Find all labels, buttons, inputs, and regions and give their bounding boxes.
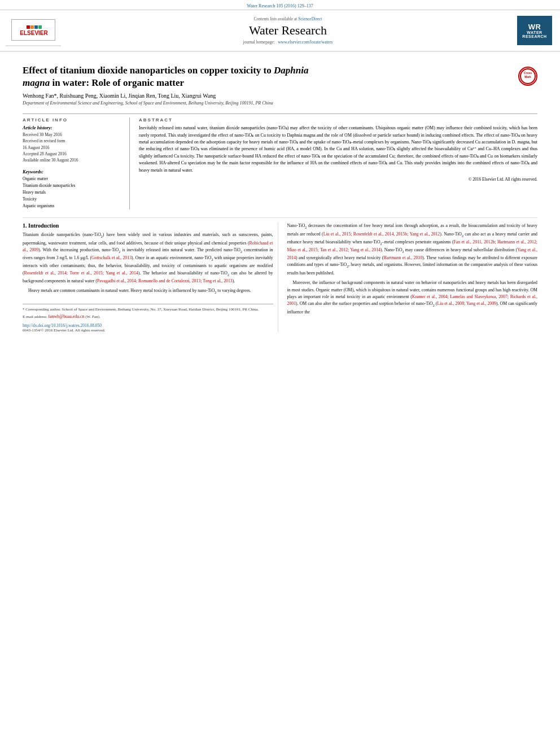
footnote-email-link[interactable]: fanwh@buaa.edu.cn <box>49 314 85 319</box>
affiliation-line: Department of Environmental Science and … <box>23 101 513 106</box>
article-info-column: ARTICLE INFO Article history: Received 3… <box>23 117 130 209</box>
article-info-label: ARTICLE INFO <box>23 117 124 123</box>
body-section: 1. Introduction Titanium dioxide nanopar… <box>23 217 537 332</box>
received-date: Received 30 May 2016 <box>23 132 124 138</box>
journal-homepage-line: journal homepage: www.elsevier.com/locat… <box>67 40 509 45</box>
footer-rights: 0043-1354/© 2016 Elsevier Ltd. All right… <box>23 328 273 333</box>
revised-date: 16 August 2016 <box>23 145 124 151</box>
title-italic-daphnia: Daphnia <box>274 65 308 76</box>
crossmark-circle: Cross Mark <box>518 67 537 86</box>
received-revised-label: Received in revised form <box>23 138 124 144</box>
footer-section: * Corresponding author. School of Space … <box>23 304 273 333</box>
abstract-column: ABSTRACT Inevitably released into natura… <box>139 117 537 209</box>
square-blue <box>34 25 38 29</box>
article-history-title: Article history: <box>23 125 124 130</box>
elsevier-brand-name: ELSEVIER <box>20 30 47 36</box>
journal-ref-text: Water Research 105 (2016) 129–137 <box>247 3 313 8</box>
abstract-text: Inevitably released into natural water, … <box>139 125 537 182</box>
svg-text:Cross: Cross <box>524 71 532 75</box>
ref-liu-2015[interactable]: Liu et al., 2015; Rosenfeldt et al., 201… <box>323 231 440 237</box>
keyword-4: Toxicity <box>23 196 124 203</box>
journal-reference-bar: Water Research 105 (2016) 129–137 <box>0 0 560 10</box>
elsevier-logo-box: ELSEVIER <box>11 19 55 41</box>
article-info-abstract: ARTICLE INFO Article history: Received 3… <box>23 113 537 209</box>
ref-liu-2008[interactable]: Liu et al., 2008; Yang et al., 2009 <box>437 301 496 306</box>
body-right-column: Nano-TiO2 decreases the concentration of… <box>287 222 538 332</box>
doi-link[interactable]: http://dx.doi.org/10.1016/j.watres.2016.… <box>23 323 102 328</box>
journal-title: Water Research <box>67 23 509 38</box>
wr-logo-box: WR WATER RESEARCH <box>517 16 552 45</box>
introduction-column: 1. Introduction Titanium dioxide nanopar… <box>23 222 278 332</box>
footnote-corresponding: * Corresponding author. School of Space … <box>23 307 273 313</box>
intro-body-text: Titanium dioxide nanoparticles (nano-TiO… <box>23 231 273 295</box>
wr-logo-line1: WR <box>528 23 541 30</box>
keyword-2: Titanium dioxide nanoparticles <box>23 182 124 189</box>
elsevier-color-squares <box>27 25 42 29</box>
crossmark-icon: Cross Mark <box>519 68 536 85</box>
ref-fan-2011[interactable]: Fan et al., 2011, 2012b; Hartmann et al.… <box>287 239 538 252</box>
elsevier-logo-section: ELSEVIER <box>6 15 61 46</box>
wr-logo-text2: RESEARCH <box>522 34 546 38</box>
article-history-block: Article history: Received 30 May 2016 Re… <box>23 125 124 163</box>
journal-header: ELSEVIER Contents lists available at Sci… <box>0 10 560 52</box>
water-research-logo-section: WR WATER RESEARCH <box>515 15 554 46</box>
square-red <box>27 25 30 29</box>
sciencedirect-link[interactable]: ScienceDirect <box>298 16 322 21</box>
accepted-date: Accepted 28 August 2016 <box>23 151 124 157</box>
right-para-1: Nano-TiO2 decreases the concentration of… <box>287 222 538 277</box>
keywords-block: Keywords: Organic matter Titanium dioxid… <box>23 169 124 209</box>
available-online: Available online 30 August 2016 <box>23 157 124 163</box>
svg-text:Mark: Mark <box>524 75 531 78</box>
footnote-email-line: E-mail address: fanwh@buaa.edu.cn (W. Fa… <box>23 313 273 320</box>
right-para-2: Moreover, the influence of background co… <box>287 279 538 316</box>
article-title-text: Effect of titanium dioxide nanoparticles… <box>23 64 513 110</box>
square-orange <box>30 25 34 29</box>
contents-available-line: Contents lists available at ScienceDirec… <box>67 16 509 21</box>
article-title: Effect of titanium dioxide nanoparticles… <box>23 64 513 89</box>
copyright-notice: © 2016 Elsevier Ltd. All rights reserved… <box>139 176 537 183</box>
intro-para-1: Titanium dioxide nanoparticles (nano-TiO… <box>23 231 273 285</box>
doi-line: http://dx.doi.org/10.1016/j.watres.2016.… <box>23 322 273 328</box>
title-italic-magna: magna <box>23 77 50 88</box>
intro-heading: 1. Introduction <box>23 222 273 229</box>
authors-line: Wenhong Fan*, Ruishuang Peng, Xiaomin Li… <box>23 93 513 99</box>
crossmark-badge: Cross Mark <box>518 67 537 86</box>
main-content: Effect of titanium dioxide nanoparticles… <box>0 52 560 338</box>
keywords-title: Keywords: <box>23 169 124 174</box>
wr-logo-text1: WATER <box>527 30 542 34</box>
right-col-text: Nano-TiO2 decreases the concentration of… <box>287 222 538 316</box>
keyword-5: Aquatic organisms <box>23 203 124 209</box>
ref-gottschalk[interactable]: Gottschalk et al., 2013 <box>91 255 132 260</box>
journal-url-link[interactable]: www.elsevier.com/locate/watres <box>278 40 333 45</box>
ref-hartmann-2010[interactable]: Hartmann et al., 2010 <box>383 255 422 260</box>
square-green <box>38 25 42 29</box>
ref-robichaud[interactable]: Robichaud et al., 2009 <box>23 241 273 252</box>
keyword-1: Organic matter <box>23 176 124 182</box>
journal-center-info: Contents lists available at ScienceDirec… <box>67 15 509 46</box>
ref-kramer[interactable]: Kramer et al., 2004; Lamelas and Slaveyk… <box>287 294 538 306</box>
elsevier-header-img: ELSEVIER <box>12 20 55 41</box>
article-title-section: Effect of titanium dioxide nanoparticles… <box>23 64 537 110</box>
abstract-label: ABSTRACT <box>139 117 537 123</box>
keyword-3: Heavy metals <box>23 189 124 196</box>
ref-pavagadhi[interactable]: Pavagadhi et al., 2014; Romanello and de… <box>97 278 233 283</box>
page: Water Research 105 (2016) 129–137 ELSEVI… <box>0 0 560 747</box>
intro-para-2: Heavy metals are common contaminants in … <box>23 287 273 295</box>
ref-rosenfeldt-2014[interactable]: Rosenfeldt et al., 2014; Torre et al., 2… <box>24 270 138 276</box>
